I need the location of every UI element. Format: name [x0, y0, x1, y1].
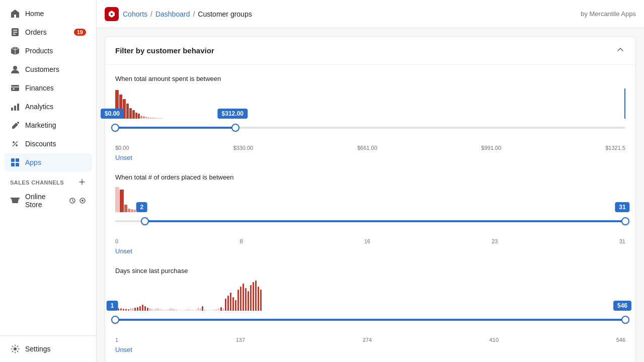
svg-point-13 — [16, 144, 18, 146]
hist-bar — [124, 205, 127, 212]
min-value-label: 1 — [107, 301, 118, 311]
online-store-icon — [10, 195, 20, 207]
hist-bar — [143, 116, 145, 119]
hist-bar — [128, 209, 130, 213]
topbar-left: Cohorts / Dashboard / Customer groups — [105, 7, 252, 21]
days-section: Days since last purchase — [115, 267, 625, 353]
content-area: Filter by customer behavior When total a… — [97, 28, 644, 362]
right-edge-indicator — [624, 88, 625, 119]
svg-rect-16 — [16, 158, 19, 162]
collapse-icon[interactable] — [615, 45, 625, 56]
online-store-actions — [69, 197, 86, 204]
breadcrumb-customer-groups: Customer groups — [198, 10, 252, 18]
hist-bar — [131, 209, 133, 212]
customers-icon — [10, 64, 20, 74]
amount-range-slider[interactable]: $0.00 $312.00 — [115, 123, 625, 143]
hist-bar — [120, 190, 124, 212]
orders-unset-link[interactable]: Unset — [115, 247, 132, 255]
max-value-label: 31 — [615, 202, 629, 212]
finances-icon — [10, 83, 20, 93]
svg-rect-8 — [11, 108, 13, 111]
days-range-slider[interactable]: 1 546 — [115, 315, 625, 335]
svg-rect-7 — [13, 88, 15, 89]
sidebar-item-products[interactable]: Products — [4, 42, 92, 60]
orders-ticks: 0 8 16 23 31 — [115, 238, 625, 244]
hist-bar — [158, 118, 159, 119]
sales-channels-section: SALES CHANNELS — [0, 172, 96, 189]
range-right-thumb[interactable]: 31 — [621, 217, 629, 225]
sidebar-item-home[interactable]: Home — [4, 5, 92, 23]
max-value-label: $312.00 — [218, 109, 248, 119]
sidebar-item-finances[interactable]: Finances — [4, 79, 92, 97]
hist-bar — [132, 110, 135, 119]
svg-rect-18 — [16, 163, 19, 166]
settings-icon — [10, 344, 20, 354]
hist-bar — [153, 118, 155, 119]
range-left-thumb[interactable]: 2 — [141, 217, 149, 225]
orders-histogram-container: 2 31 0 8 16 23 31 — [115, 187, 625, 255]
amount-spent-label: When total amount spent is between — [115, 75, 625, 82]
hist-bar — [155, 118, 156, 119]
orders-badge: 19 — [74, 29, 86, 36]
hist-bar — [147, 117, 149, 119]
hist-bar — [147, 212, 148, 213]
hist-bar — [157, 118, 158, 119]
hist-bar — [135, 113, 137, 119]
days-label: Days since last purchase — [115, 267, 625, 275]
filter-panel-body: When total amount spent is between — [105, 65, 635, 362]
range-right-thumb[interactable]: 546 — [621, 316, 629, 324]
orders-label: When total # of orders placed is between — [115, 173, 625, 181]
amount-histogram — [115, 88, 625, 119]
analytics-icon — [10, 102, 20, 112]
range-fill — [145, 220, 625, 222]
orders-range-slider[interactable]: 2 31 — [115, 216, 625, 236]
svg-rect-5 — [11, 85, 19, 91]
amount-spent-section: When total amount spent is between — [115, 75, 625, 161]
sidebar-item-settings[interactable]: Settings — [4, 340, 92, 358]
svg-rect-15 — [11, 158, 15, 162]
hist-bar — [134, 210, 136, 212]
hist-bar — [126, 104, 129, 119]
discounts-icon — [10, 139, 20, 149]
breadcrumb: Cohorts / Dashboard / Customer groups — [123, 10, 252, 18]
svg-rect-9 — [14, 106, 16, 111]
filter-panel: Filter by customer behavior When total a… — [105, 36, 636, 362]
sidebar-item-discounts[interactable]: Discounts — [4, 135, 92, 153]
sidebar-item-apps[interactable]: Apps — [4, 153, 92, 171]
max-value-label: 546 — [613, 301, 631, 311]
range-fill — [115, 319, 625, 321]
topbar-app-name: by Mercantile Apps — [581, 10, 636, 18]
add-channel-icon[interactable] — [78, 178, 86, 187]
sidebar-item-online-store[interactable]: Online Store — [4, 190, 92, 212]
hist-bar — [140, 116, 142, 119]
sidebar-bottom: Settings — [0, 335, 96, 362]
sidebar-nav: Home Orders 19 Products Customers Fina — [0, 0, 96, 335]
sidebar-item-customers[interactable]: Customers — [4, 60, 92, 78]
breadcrumb-cohorts[interactable]: Cohorts — [123, 10, 147, 18]
range-fill — [115, 127, 235, 129]
marketing-icon — [10, 120, 20, 130]
svg-point-21 — [14, 347, 17, 350]
svg-rect-10 — [17, 104, 19, 111]
amount-unset-link[interactable]: Unset — [115, 154, 132, 161]
days-histogram — [115, 281, 625, 311]
filter-panel-header: Filter by customer behavior — [105, 37, 635, 65]
hist-bar — [129, 108, 132, 119]
app-icon — [105, 7, 119, 21]
orders-icon — [10, 27, 20, 37]
range-right-thumb[interactable]: $312.00 — [231, 124, 239, 132]
sidebar-item-analytics[interactable]: Analytics — [4, 98, 92, 116]
svg-point-11 — [17, 122, 19, 124]
range-left-thumb[interactable]: 1 — [111, 316, 119, 324]
products-icon — [10, 46, 20, 56]
range-left-thumb[interactable]: $0.00 — [111, 124, 119, 132]
sidebar-item-marketing[interactable]: Marketing — [4, 116, 92, 134]
orders-histogram — [115, 187, 625, 212]
days-unset-link[interactable]: Unset — [115, 346, 132, 353]
svg-point-22 — [111, 13, 113, 15]
sidebar-item-orders[interactable]: Orders 19 — [4, 23, 92, 41]
min-value-label: $0.00 — [101, 109, 124, 119]
main-content: Cohorts / Dashboard / Customer groups by… — [97, 0, 644, 362]
sidebar: Home Orders 19 Products Customers Fina — [0, 0, 97, 362]
breadcrumb-dashboard[interactable]: Dashboard — [155, 10, 190, 18]
